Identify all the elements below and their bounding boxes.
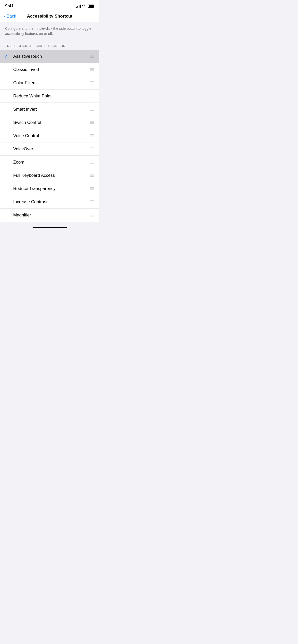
item-label-voice-control: Voice Control: [13, 130, 89, 142]
back-chevron-icon: ‹: [4, 14, 6, 19]
status-bar: 9:41: [0, 0, 99, 11]
list-item-voiceover[interactable]: VoiceOver: [0, 142, 99, 156]
list-item-assistivetouch[interactable]: ✓AssistiveTouch: [0, 50, 99, 63]
list-item-switch-control[interactable]: Switch Control: [0, 116, 99, 129]
item-label-full-keyboard-access: Full Keyboard Access: [13, 169, 89, 182]
back-label: Back: [7, 14, 16, 19]
drag-handle-voice-control[interactable]: [89, 133, 95, 138]
item-label-switch-control: Switch Control: [13, 116, 89, 129]
item-label-voiceover: VoiceOver: [13, 143, 89, 155]
page-title: Accessibility Shortcut: [27, 14, 73, 19]
list-item-voice-control[interactable]: Voice Control: [0, 129, 99, 142]
drag-handle-increase-contrast[interactable]: [89, 199, 95, 204]
back-button[interactable]: ‹ Back: [4, 14, 16, 19]
description-text: Configure and then triple-click the side…: [5, 26, 94, 36]
item-label-classic-invert: Classic Invert: [13, 64, 89, 76]
battery-icon: [88, 5, 94, 8]
list-item-increase-contrast[interactable]: Increase Contrast: [0, 195, 99, 209]
home-indicator: [0, 222, 99, 231]
item-label-smart-invert: Smart Invert: [13, 103, 89, 115]
item-label-zoom: Zoom: [13, 156, 89, 168]
drag-handle-color-filters[interactable]: [89, 80, 95, 85]
drag-handle-classic-invert[interactable]: [89, 67, 95, 72]
description-section: Configure and then triple-click the side…: [0, 22, 99, 40]
item-label-reduce-transparency: Reduce Transparency: [13, 183, 89, 195]
item-label-reduce-white-point: Reduce White Point: [13, 90, 89, 102]
drag-handle-full-keyboard-access[interactable]: [89, 173, 95, 178]
list-item-full-keyboard-access[interactable]: Full Keyboard Access: [0, 169, 99, 182]
item-label-magnifier: Magnifier: [13, 209, 89, 221]
signal-icon: [76, 5, 81, 8]
drag-handle-reduce-transparency[interactable]: [89, 186, 95, 191]
section-header: TRIPLE-CLICK THE SIDE BUTTON FOR:: [0, 40, 99, 50]
nav-bar: ‹ Back Accessibility Shortcut: [0, 11, 99, 22]
drag-handle-smart-invert[interactable]: [89, 107, 95, 112]
list-item-reduce-transparency[interactable]: Reduce Transparency: [0, 182, 99, 195]
status-icons: [76, 4, 94, 8]
status-time: 9:41: [5, 4, 14, 9]
list-item-color-filters[interactable]: Color Filters: [0, 76, 99, 90]
item-label-color-filters: Color Filters: [13, 77, 89, 89]
item-label-assistivetouch: AssistiveTouch: [13, 50, 89, 63]
drag-handle-magnifier[interactable]: [89, 213, 95, 218]
drag-handle-voiceover[interactable]: [89, 147, 95, 151]
drag-handle-reduce-white-point[interactable]: [89, 94, 95, 98]
wifi-icon: [82, 4, 86, 8]
checkmark-assistivetouch: ✓: [4, 54, 13, 59]
drag-handle-assistivetouch[interactable]: [89, 54, 95, 59]
home-bar: [33, 227, 67, 228]
list-item-classic-invert[interactable]: Classic Invert: [0, 63, 99, 76]
list-item-magnifier[interactable]: Magnifier: [0, 209, 99, 222]
list-item-reduce-white-point[interactable]: Reduce White Point: [0, 90, 99, 103]
list-item-zoom[interactable]: Zoom: [0, 156, 99, 169]
drag-handle-zoom[interactable]: [89, 160, 95, 165]
drag-handle-switch-control[interactable]: [89, 120, 95, 125]
list-item-smart-invert[interactable]: Smart Invert: [0, 103, 99, 116]
item-label-increase-contrast: Increase Contrast: [13, 196, 89, 208]
shortcut-list: ✓AssistiveTouchClassic InvertColor Filte…: [0, 50, 99, 222]
